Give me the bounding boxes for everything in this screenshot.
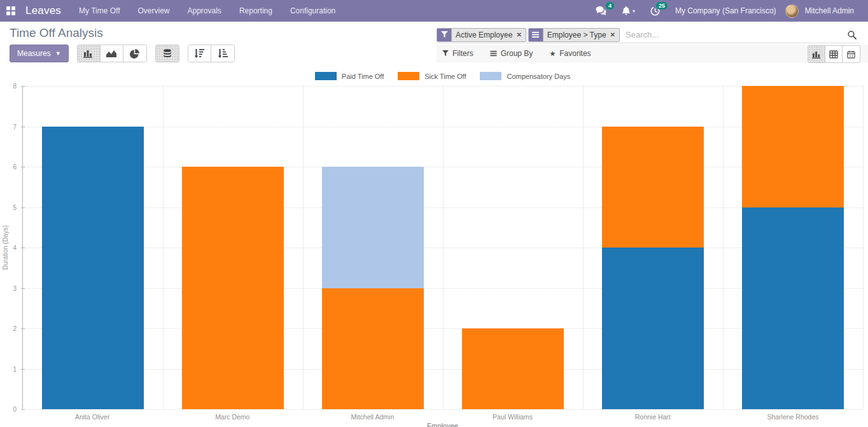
x-tick-label: Anita Oliver (22, 413, 162, 421)
calendar-view-button[interactable] (843, 46, 860, 62)
chart-band (23, 86, 163, 409)
measures-button[interactable]: Measures▼ (10, 45, 69, 62)
x-tick-label: Paul Williams (443, 413, 583, 421)
stacked-bar[interactable] (182, 86, 284, 409)
page-title: Time Off Analysis (10, 26, 103, 40)
facet-remove-icon[interactable]: ✕ (610, 31, 615, 38)
caret-down-icon: ▼ (55, 50, 61, 57)
stacked-bar[interactable] (742, 86, 844, 409)
line-chart-button[interactable] (101, 45, 123, 62)
legend-item[interactable]: Sick Time Off (398, 72, 466, 80)
y-tick-label: 0 (13, 406, 17, 413)
bar-segment[interactable] (462, 328, 564, 409)
y-tick-mark (21, 167, 25, 167)
legend-label: Compensatory Days (507, 73, 570, 80)
pivot-view-button[interactable] (825, 46, 843, 62)
plot-area (22, 86, 863, 409)
legend-item[interactable]: Compensatory Days (480, 72, 570, 80)
y-tick-label: 8 (13, 83, 17, 90)
stacked-bar[interactable] (42, 86, 144, 409)
stacked-toggle-group (155, 45, 179, 62)
y-tick-mark (21, 127, 25, 127)
chart-band (163, 86, 303, 409)
y-tick-label: 5 (13, 204, 17, 211)
y-tick-mark (21, 288, 25, 289)
user-avatar[interactable] (785, 4, 799, 18)
stacked-bars-button[interactable] (156, 45, 179, 62)
notifications-bell-icon[interactable]: ▾ (615, 0, 641, 22)
app-name[interactable]: Leaves (25, 4, 61, 17)
chart-type-group (77, 45, 147, 62)
chart-band (723, 86, 863, 409)
sort-ascending-button[interactable] (211, 45, 234, 62)
star-icon: ★ (549, 50, 556, 58)
company-switcher[interactable]: My Company (San Francisco) (669, 6, 783, 15)
chart-legend: Paid Time OffSick Time OffCompensatory D… (22, 72, 863, 80)
search-input[interactable] (622, 30, 842, 39)
search-bar[interactable]: Active Employee ✕ Employee > Type ✕ (437, 27, 860, 43)
legend-item[interactable]: Paid Time Off (315, 72, 384, 80)
legend-label: Sick Time Off (424, 73, 466, 80)
facet-remove-icon[interactable]: ✕ (516, 31, 521, 38)
chart-band (303, 86, 443, 409)
group-by-button[interactable]: Group By (490, 49, 533, 58)
nav-item-reporting[interactable]: Reporting (230, 0, 281, 22)
bar-segment[interactable] (322, 167, 424, 288)
legend-swatch (315, 72, 337, 80)
chart-band (443, 86, 583, 409)
y-tick-label: 3 (13, 284, 17, 291)
legend-swatch (480, 72, 501, 80)
bar-segment[interactable] (182, 167, 284, 409)
group-by-list-icon (490, 50, 497, 57)
bar-segment[interactable] (602, 127, 704, 248)
sort-descending-button[interactable] (188, 45, 211, 62)
x-tick-label: Mitchell Admin (302, 413, 442, 421)
search-options-row: Filters Group By ★ Favorites (437, 45, 868, 62)
y-tick-label: 6 (13, 164, 17, 171)
y-tick-label: 4 (13, 244, 17, 251)
bar-chart-button[interactable] (78, 45, 101, 62)
activities-clock-icon[interactable]: 25 (644, 0, 666, 22)
time-off-analysis-chart: Paid Time OffSick Time OffCompensatory D… (0, 64, 868, 427)
y-tick-mark (21, 369, 25, 370)
bar-segment[interactable] (742, 86, 844, 207)
facet-label: Employee > Type (547, 31, 606, 39)
stacked-bar[interactable] (322, 86, 424, 409)
search-icon[interactable] (844, 31, 860, 39)
y-tick-mark (21, 207, 25, 208)
nav-item-my-time-off[interactable]: My Time Off (70, 0, 129, 22)
chevron-down-icon: ▾ (633, 8, 635, 14)
y-axis-title: Duration (Days) (2, 225, 9, 270)
bar-segment[interactable] (602, 248, 704, 409)
nav-item-approvals[interactable]: Approvals (179, 0, 230, 22)
view-switcher (808, 45, 860, 63)
bar-segment[interactable] (742, 207, 844, 410)
facet-label: Active Employee (456, 31, 512, 39)
sort-group (188, 45, 235, 62)
legend-label: Paid Time Off (342, 73, 384, 80)
search-facet-filter[interactable]: Active Employee ✕ (437, 28, 526, 42)
x-axis: Anita OliverMarc DemoMitchell AdminPaul … (22, 413, 863, 421)
favorites-button[interactable]: ★ Favorites (549, 49, 591, 58)
filters-button[interactable]: Filters (442, 49, 473, 58)
bar-segment[interactable] (322, 288, 424, 410)
nav-item-overview[interactable]: Overview (129, 0, 178, 22)
apps-menu-icon[interactable] (0, 0, 22, 22)
stacked-bar[interactable] (462, 86, 564, 409)
filter-funnel-icon (442, 50, 449, 57)
messages-icon[interactable]: 4 (589, 0, 613, 22)
h-gridline (23, 409, 863, 410)
x-tick-label: Sharlene Rhodes (723, 413, 863, 421)
user-menu[interactable]: Mitchell Admin (799, 6, 860, 15)
nav-item-configuration[interactable]: Configuration (281, 0, 344, 22)
graph-view-button[interactable] (808, 46, 825, 62)
chart-band (583, 86, 723, 409)
y-tick-mark (21, 409, 25, 410)
stacked-bar[interactable] (602, 86, 704, 409)
graph-toolbar: Measures▼ (10, 45, 235, 62)
bar-segment[interactable] (42, 127, 144, 410)
pie-chart-button[interactable] (123, 45, 146, 62)
y-tick-label: 2 (13, 325, 17, 332)
search-facet-groupby[interactable]: Employee > Type ✕ (528, 28, 620, 42)
y-tick-label: 1 (13, 365, 17, 372)
